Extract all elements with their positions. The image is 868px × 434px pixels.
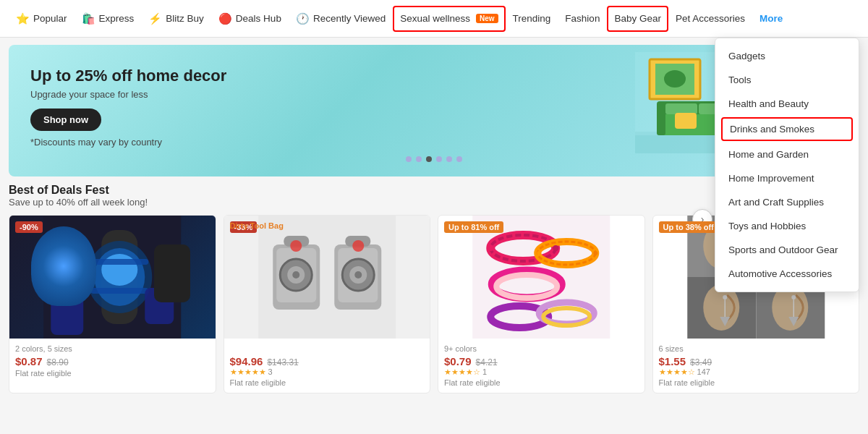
dropdown-health-beauty[interactable]: Health and Beauty [715,92,859,116]
product-image-jewelry: Up to 81% off [438,216,644,339]
knee-image [9,216,216,339]
product-info-2: $94.96 $143.31 ★★★★★ 3 Flat rate eligibl… [224,339,430,393]
shop-now-button[interactable]: Shop now [30,109,101,131]
dropdown-sports-outdoor[interactable]: Sports and Outdoor Gear [715,238,859,262]
dot-1[interactable] [406,156,412,162]
current-price-4: $1.55 [659,355,686,367]
svg-point-61 [488,245,493,251]
product-variants-3: 9+ colors [444,344,639,353]
svg-rect-33 [51,295,83,335]
svg-point-41 [292,271,299,278]
current-price-2: $94.96 [230,355,263,367]
product-price-4: $1.55 $3.49 [659,355,854,367]
product-card-knee-brace[interactable]: -90% [9,215,216,393]
svg-point-63 [537,251,541,255]
dropdown-home-improvement[interactable]: Home Improvement [715,166,859,190]
svg-rect-9 [657,110,665,135]
svg-rect-11 [665,103,697,114]
product-card-jewelry[interactable]: Up to 81% off [438,215,645,393]
svg-point-80 [723,295,727,299]
svg-rect-31 [90,259,148,265]
svg-rect-34 [58,299,76,302]
svg-point-50 [352,240,364,252]
svg-point-4 [664,70,686,88]
dot-4[interactable] [436,156,442,162]
dot-2[interactable] [416,156,422,162]
discount-badge-3: Up to 81% off [444,221,503,233]
flat-rate-2: Flat rate eligible [230,378,425,387]
svg-point-64 [593,251,597,255]
svg-point-46 [354,271,362,278]
original-price-4: $3.49 [690,357,712,367]
current-price-1: $0.87 [15,355,43,367]
stars-3: ★★★★☆ 1 [444,367,639,377]
svg-point-49 [290,240,302,252]
product-variants-2 [230,344,425,353]
nav-baby-gear[interactable]: Baby Gear [607,6,668,32]
product-card-tool-bag[interactable]: -33% Dirty Tool Bag [224,215,431,393]
dot-5[interactable] [446,156,452,162]
dot-6[interactable] [456,156,462,162]
nav-popular[interactable]: ⭐ Popular [9,0,75,38]
flat-rate-1: Flat rate eligible [15,369,210,378]
svg-point-30 [101,254,137,286]
product-price-3: $0.79 $4.21 [444,355,639,367]
nav-sexual-wellness[interactable]: Sexual wellness New [393,6,505,32]
dropdown-tools[interactable]: Tools [715,68,859,92]
product-price-1: $0.87 $8.90 [15,355,210,367]
product-image-tool: -33% Dirty Tool Bag [224,216,430,339]
main-content: Up to 25% off home decor Upgrade your sp… [0,38,868,401]
svg-rect-35 [145,288,174,324]
flat-rate-3: Flat rate eligible [444,378,639,387]
stars-4: ★★★★☆ 147 [659,367,854,377]
nav-pet-accessories[interactable]: Pet Accessories [668,0,752,38]
nav-deals-hub[interactable]: 🔴 Deals Hub [211,0,289,38]
product-image-knee: -90% [9,216,216,339]
dropdown-toys-hobbies[interactable]: Toys and Hobbies [715,214,859,238]
discount-badge-1: -90% [15,221,43,233]
dropdown-art-craft[interactable]: Art and Craft Supplies [715,190,859,214]
original-price-1: $8.90 [47,357,69,367]
dropdown-automotive[interactable]: Automotive Accessories [715,262,859,286]
product-info-1: 2 colors, 5 sizes $0.87 $8.90 Flat rate … [9,339,216,383]
flat-rate-4: Flat rate eligible [659,378,854,387]
nav-blitz-buy[interactable]: ⚡ Blitz Buy [141,0,211,38]
jewelry-image [438,216,644,339]
svg-rect-13 [675,113,697,129]
current-price-3: $0.79 [444,355,472,367]
clock-icon: 🕐 [296,12,310,25]
more-dropdown: Gadgets Tools Health and Beauty Drinks a… [715,38,859,292]
product-variants-4: 6 sizes [659,344,854,353]
nav-express[interactable]: 🛍️ Express [75,0,142,38]
dropdown-gadgets[interactable]: Gadgets [715,44,859,68]
product-variants-1: 2 colors, 5 sizes [15,344,210,353]
bag-icon: 🛍️ [82,12,95,25]
tool-label: Dirty Tool Bag [230,221,284,230]
nav-fashion[interactable]: Fashion [558,0,607,38]
svg-point-62 [553,245,558,251]
discount-badge-4: Up to 38% off [659,221,718,233]
product-price-2: $94.96 $143.31 [230,355,425,367]
stars-2: ★★★★★ 3 [230,367,425,377]
dropdown-home-garden[interactable]: Home and Garden [715,142,859,166]
nav-trending[interactable]: Trending [506,0,558,38]
original-price-2: $143.31 [267,357,298,367]
nav-more[interactable]: More [752,0,790,38]
nav-recently-viewed[interactable]: 🕐 Recently Viewed [289,0,393,38]
dot-3[interactable] [426,156,432,162]
tool-image [224,216,430,339]
svg-rect-32 [90,288,148,294]
lightning-icon: ⚡ [148,12,162,25]
star-icon: ⭐ [16,12,30,25]
svg-point-83 [791,295,796,299]
product-info-3: 9+ colors $0.79 $4.21 ★★★★☆ 1 Flat rate … [438,339,644,393]
navigation-bar: ⭐ Popular 🛍️ Express ⚡ Blitz Buy 🔴 Deals… [0,0,868,38]
original-price-3: $4.21 [476,357,498,367]
deals-icon: 🔴 [218,12,232,25]
dropdown-drinks-smokes[interactable]: Drinks and Smokes [721,117,853,141]
product-info-4: 6 sizes $1.55 $3.49 ★★★★☆ 147 Flat rate … [653,339,859,393]
